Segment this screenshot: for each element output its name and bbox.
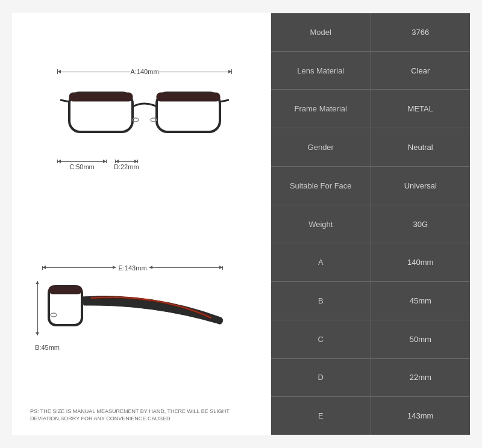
e-label: E:143mm bbox=[118, 264, 146, 272]
ps-note: PS: THE SIZE IS MANUAL MEASUREMENT BY HA… bbox=[30, 408, 259, 423]
spec-label-3: Gender bbox=[271, 138, 371, 157]
spec-label-6: A bbox=[271, 253, 371, 272]
d-measure: D:22mm bbox=[114, 160, 139, 170]
spec-row-8: C50mm bbox=[271, 320, 470, 359]
spec-label-8: C bbox=[271, 330, 371, 349]
d-line bbox=[116, 161, 137, 162]
svg-line-2 bbox=[60, 100, 69, 102]
main-container: A:140mm bbox=[12, 13, 470, 435]
spec-label-9: D bbox=[271, 368, 371, 387]
spec-row-7: B45mm bbox=[271, 282, 470, 320]
spec-value-7: 45mm bbox=[371, 291, 471, 310]
spec-value-4: Universal bbox=[371, 176, 471, 195]
front-view-area: A:140mm bbox=[30, 25, 259, 213]
c-measure: C:50mm bbox=[57, 160, 107, 170]
diagram-section: A:140mm bbox=[12, 13, 271, 435]
spec-label-2: Frame Material bbox=[271, 99, 371, 118]
b-label: B:45mm bbox=[35, 344, 60, 351]
side-glasses-wrapper: E:143mm bbox=[30, 264, 259, 351]
glasses-front-image bbox=[57, 78, 232, 156]
spec-row-4: Suitable For FaceUniversal bbox=[271, 167, 470, 205]
spec-value-6: 140mm bbox=[371, 253, 471, 272]
svg-line-3 bbox=[220, 100, 229, 102]
spec-label-4: Suitable For Face bbox=[271, 176, 371, 195]
spec-row-9: D22mm bbox=[271, 359, 470, 397]
e-measure-row: E:143mm bbox=[42, 264, 223, 272]
spec-value-2: METAL bbox=[371, 99, 471, 118]
spec-value-3: Neutral bbox=[371, 138, 471, 157]
side-view-area: E:143mm bbox=[30, 213, 259, 401]
line-right bbox=[159, 72, 231, 72]
spec-row-0: Model3766 bbox=[271, 13, 470, 52]
spec-label-0: Model bbox=[271, 23, 371, 42]
b-line-v bbox=[37, 281, 38, 335]
svg-rect-4 bbox=[69, 93, 133, 101]
spec-label-10: E bbox=[271, 406, 371, 425]
spec-row-5: Weight30G bbox=[271, 205, 470, 244]
spec-row-10: E143mm bbox=[271, 397, 470, 435]
side-view-row bbox=[30, 274, 230, 343]
spec-row-6: A140mm bbox=[271, 243, 470, 282]
spec-value-9: 22mm bbox=[371, 368, 471, 387]
spec-value-10: 143mm bbox=[371, 406, 471, 425]
spec-row-1: Lens MaterialClear bbox=[271, 52, 470, 90]
glasses-front-wrapper: A:140mm bbox=[30, 68, 259, 170]
a-measure-row: A:140mm bbox=[57, 68, 232, 75]
svg-rect-5 bbox=[157, 93, 220, 101]
spec-label-5: Weight bbox=[271, 215, 371, 234]
spec-row-2: Frame MaterialMETAL bbox=[271, 90, 470, 128]
spec-label-1: Lens Material bbox=[271, 61, 371, 80]
glasses-side-image bbox=[43, 274, 230, 343]
e-line bbox=[43, 267, 116, 268]
bottom-measure-row: C:50mm D:22mm bbox=[57, 160, 232, 170]
spec-value-8: 50mm bbox=[371, 330, 471, 349]
d-label: D:22mm bbox=[114, 163, 139, 170]
a-label: A:140mm bbox=[130, 68, 158, 75]
spec-label-7: B bbox=[271, 291, 371, 310]
e-line-right bbox=[149, 267, 222, 268]
specs-table: Model3766Lens MaterialClearFrame Materia… bbox=[271, 13, 470, 435]
c-label: C:50mm bbox=[69, 163, 95, 170]
line-left bbox=[58, 72, 130, 72]
svg-rect-9 bbox=[49, 286, 82, 294]
spec-value-1: Clear bbox=[371, 61, 471, 80]
svg-point-10 bbox=[51, 313, 57, 317]
spec-value-5: 30G bbox=[371, 215, 471, 234]
b-label-row: B:45mm bbox=[35, 344, 60, 351]
c-line bbox=[58, 161, 106, 162]
spec-row-3: GenderNeutral bbox=[271, 128, 470, 167]
b-measure-col bbox=[37, 281, 38, 335]
tick-right bbox=[231, 69, 232, 74]
spec-value-0: 3766 bbox=[371, 23, 471, 42]
